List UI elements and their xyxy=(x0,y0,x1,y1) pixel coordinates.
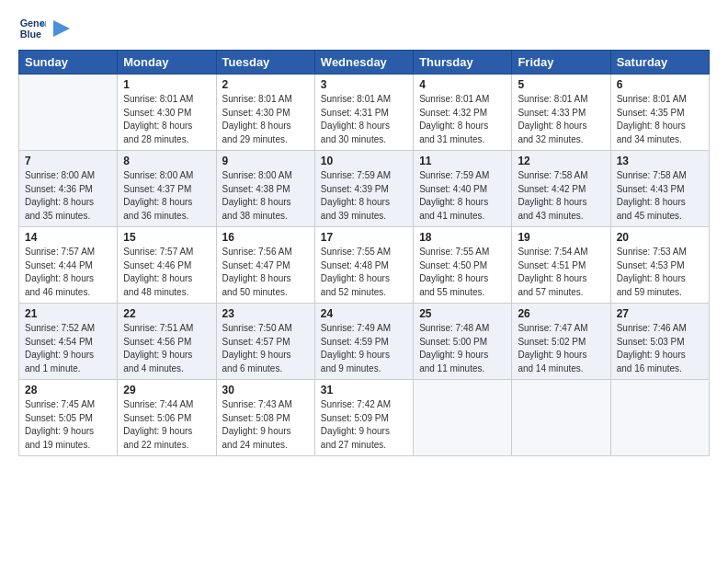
calendar-cell: 14Sunrise: 7:57 AMSunset: 4:44 PMDayligh… xyxy=(19,227,118,304)
day-number: 7 xyxy=(25,155,111,167)
day-number: 29 xyxy=(123,384,210,396)
logo-arrow-icon xyxy=(53,20,70,37)
day-info: Sunrise: 7:48 AMSunset: 5:00 PMDaylight:… xyxy=(419,322,506,375)
day-info: Sunrise: 7:51 AMSunset: 4:56 PMDaylight:… xyxy=(123,322,210,375)
calendar-cell: 10Sunrise: 7:59 AMSunset: 4:39 PMDayligh… xyxy=(314,151,413,227)
day-info: Sunrise: 7:53 AMSunset: 4:53 PMDaylight:… xyxy=(617,246,703,299)
calendar-header-row: SundayMondayTuesdayWednesdayThursdayFrid… xyxy=(19,51,710,75)
day-number: 15 xyxy=(123,231,210,244)
day-number: 3 xyxy=(321,78,407,91)
day-number: 28 xyxy=(25,384,111,396)
calendar-cell: 22Sunrise: 7:51 AMSunset: 4:56 PMDayligh… xyxy=(118,304,216,380)
calendar-cell: 19Sunrise: 7:54 AMSunset: 4:51 PMDayligh… xyxy=(512,227,610,304)
day-number: 23 xyxy=(222,307,309,320)
day-info: Sunrise: 7:59 AMSunset: 4:40 PMDaylight:… xyxy=(419,169,506,223)
day-info: Sunrise: 8:01 AMSunset: 4:35 PMDaylight:… xyxy=(617,93,703,146)
day-number: 10 xyxy=(321,155,407,167)
calendar-cell: 31Sunrise: 7:42 AMSunset: 5:09 PMDayligh… xyxy=(314,380,413,456)
calendar-cell xyxy=(414,380,512,456)
day-info: Sunrise: 7:44 AMSunset: 5:06 PMDaylight:… xyxy=(123,398,210,452)
day-number: 25 xyxy=(419,307,506,320)
day-info: Sunrise: 8:01 AMSunset: 4:31 PMDaylight:… xyxy=(321,93,407,146)
day-number: 5 xyxy=(518,78,604,91)
calendar-cell: 20Sunrise: 7:53 AMSunset: 4:53 PMDayligh… xyxy=(610,227,709,304)
calendar-cell: 2Sunrise: 8:01 AMSunset: 4:30 PMDaylight… xyxy=(216,75,314,151)
day-info: Sunrise: 7:45 AMSunset: 5:05 PMDaylight:… xyxy=(25,398,111,452)
day-number: 21 xyxy=(25,307,111,320)
day-number: 17 xyxy=(321,231,407,244)
day-number: 31 xyxy=(321,384,407,396)
svg-text:Blue: Blue xyxy=(20,29,41,40)
day-number: 13 xyxy=(617,155,703,167)
day-info: Sunrise: 8:00 AMSunset: 4:37 PMDaylight:… xyxy=(123,169,210,223)
day-info: Sunrise: 7:43 AMSunset: 5:08 PMDaylight:… xyxy=(222,398,309,452)
day-info: Sunrise: 8:01 AMSunset: 4:30 PMDaylight:… xyxy=(123,93,210,146)
day-info: Sunrise: 7:55 AMSunset: 4:48 PMDaylight:… xyxy=(321,246,407,299)
day-info: Sunrise: 7:47 AMSunset: 5:02 PMDaylight:… xyxy=(518,322,604,375)
page-container: General Blue SundayMondayTuesdayWednesda… xyxy=(0,0,728,563)
calendar-week-row: 1Sunrise: 8:01 AMSunset: 4:30 PMDaylight… xyxy=(19,75,710,151)
day-info: Sunrise: 8:00 AMSunset: 4:36 PMDaylight:… xyxy=(25,169,111,223)
calendar-cell xyxy=(610,380,709,456)
day-number: 12 xyxy=(518,155,604,167)
calendar-cell: 16Sunrise: 7:56 AMSunset: 4:47 PMDayligh… xyxy=(216,227,314,304)
day-info: Sunrise: 7:57 AMSunset: 4:46 PMDaylight:… xyxy=(123,246,210,299)
calendar-cell: 5Sunrise: 8:01 AMSunset: 4:33 PMDaylight… xyxy=(512,75,610,151)
calendar-cell: 28Sunrise: 7:45 AMSunset: 5:05 PMDayligh… xyxy=(19,380,118,456)
day-info: Sunrise: 8:00 AMSunset: 4:38 PMDaylight:… xyxy=(222,169,309,223)
calendar-cell: 27Sunrise: 7:46 AMSunset: 5:03 PMDayligh… xyxy=(610,304,709,380)
day-info: Sunrise: 7:58 AMSunset: 4:43 PMDaylight:… xyxy=(617,169,703,223)
day-info: Sunrise: 7:54 AMSunset: 4:51 PMDaylight:… xyxy=(518,246,604,299)
day-info: Sunrise: 7:59 AMSunset: 4:39 PMDaylight:… xyxy=(321,169,407,223)
col-header-wednesday: Wednesday xyxy=(314,51,413,75)
calendar-cell xyxy=(19,75,118,151)
day-info: Sunrise: 7:42 AMSunset: 5:09 PMDaylight:… xyxy=(321,398,407,452)
day-info: Sunrise: 8:01 AMSunset: 4:33 PMDaylight:… xyxy=(518,93,604,146)
calendar-cell: 4Sunrise: 8:01 AMSunset: 4:32 PMDaylight… xyxy=(414,75,512,151)
calendar-cell: 9Sunrise: 8:00 AMSunset: 4:38 PMDaylight… xyxy=(216,151,314,227)
day-info: Sunrise: 7:56 AMSunset: 4:47 PMDaylight:… xyxy=(222,246,309,299)
calendar-cell: 26Sunrise: 7:47 AMSunset: 5:02 PMDayligh… xyxy=(512,304,610,380)
calendar-cell: 18Sunrise: 7:55 AMSunset: 4:50 PMDayligh… xyxy=(414,227,512,304)
calendar-cell: 24Sunrise: 7:49 AMSunset: 4:59 PMDayligh… xyxy=(314,304,413,380)
day-number: 19 xyxy=(518,231,604,244)
svg-marker-3 xyxy=(53,20,70,37)
calendar-cell: 12Sunrise: 7:58 AMSunset: 4:42 PMDayligh… xyxy=(512,151,610,227)
calendar-cell: 21Sunrise: 7:52 AMSunset: 4:54 PMDayligh… xyxy=(19,304,118,380)
col-header-thursday: Thursday xyxy=(414,51,512,75)
calendar-cell: 17Sunrise: 7:55 AMSunset: 4:48 PMDayligh… xyxy=(314,227,413,304)
day-info: Sunrise: 7:49 AMSunset: 4:59 PMDaylight:… xyxy=(321,322,407,375)
day-info: Sunrise: 7:57 AMSunset: 4:44 PMDaylight:… xyxy=(25,246,111,299)
calendar-week-row: 21Sunrise: 7:52 AMSunset: 4:54 PMDayligh… xyxy=(19,304,710,380)
day-number: 1 xyxy=(123,78,210,91)
logo: General Blue xyxy=(18,15,70,42)
day-number: 2 xyxy=(222,78,309,91)
day-number: 9 xyxy=(222,155,309,167)
day-number: 14 xyxy=(25,231,111,244)
day-number: 11 xyxy=(419,155,506,167)
calendar-cell: 3Sunrise: 8:01 AMSunset: 4:31 PMDaylight… xyxy=(314,75,413,151)
col-header-monday: Monday xyxy=(118,51,216,75)
calendar-cell: 29Sunrise: 7:44 AMSunset: 5:06 PMDayligh… xyxy=(118,380,216,456)
day-number: 30 xyxy=(222,384,309,396)
day-info: Sunrise: 8:01 AMSunset: 4:30 PMDaylight:… xyxy=(222,93,309,146)
calendar-cell: 15Sunrise: 7:57 AMSunset: 4:46 PMDayligh… xyxy=(118,227,216,304)
day-info: Sunrise: 7:52 AMSunset: 4:54 PMDaylight:… xyxy=(25,322,111,375)
day-number: 16 xyxy=(222,231,309,244)
calendar-cell: 23Sunrise: 7:50 AMSunset: 4:57 PMDayligh… xyxy=(216,304,314,380)
calendar-cell: 1Sunrise: 8:01 AMSunset: 4:30 PMDaylight… xyxy=(118,75,216,151)
calendar-cell: 7Sunrise: 8:00 AMSunset: 4:36 PMDaylight… xyxy=(19,151,118,227)
day-info: Sunrise: 7:58 AMSunset: 4:42 PMDaylight:… xyxy=(518,169,604,223)
day-info: Sunrise: 7:46 AMSunset: 5:03 PMDaylight:… xyxy=(617,322,703,375)
col-header-friday: Friday xyxy=(512,51,610,75)
day-number: 27 xyxy=(617,307,703,320)
day-number: 20 xyxy=(617,231,703,244)
day-info: Sunrise: 7:55 AMSunset: 4:50 PMDaylight:… xyxy=(419,246,506,299)
calendar-cell: 13Sunrise: 7:58 AMSunset: 4:43 PMDayligh… xyxy=(610,151,709,227)
day-info: Sunrise: 7:50 AMSunset: 4:57 PMDaylight:… xyxy=(222,322,309,375)
calendar-cell: 30Sunrise: 7:43 AMSunset: 5:08 PMDayligh… xyxy=(216,380,314,456)
calendar-cell: 8Sunrise: 8:00 AMSunset: 4:37 PMDaylight… xyxy=(118,151,216,227)
day-number: 22 xyxy=(123,307,210,320)
logo-icon: General Blue xyxy=(18,15,46,42)
day-number: 8 xyxy=(123,155,210,167)
